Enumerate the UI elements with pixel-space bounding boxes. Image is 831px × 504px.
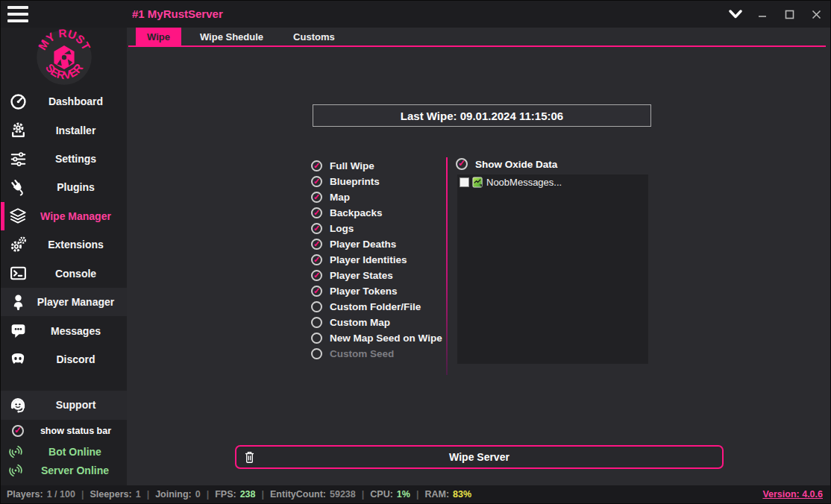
app-window: #1 MyRustServer <box>0 0 831 504</box>
sidebar-item-messages[interactable]: Messages <box>1 316 127 344</box>
wipe-option[interactable]: ✓ Backpacks <box>311 205 442 221</box>
sidebar-item-player-manager[interactable]: Player Manager <box>1 288 127 316</box>
signal-icon <box>1 444 31 460</box>
statusbar-metric: RAM: 83% <box>424 489 471 500</box>
sidebar-item-label: Settings <box>35 153 116 165</box>
statusbar-metric: EntityCount: 59238 <box>270 489 356 500</box>
wipe-server-button[interactable]: Wipe Server <box>235 445 724 469</box>
sidebar-item-label: Support <box>35 399 116 411</box>
wipe-options-list: ✓ Full Wipe ✓ Blueprints ✓ Map ✓ Backpac… <box>311 158 442 362</box>
statusbar-metric: Players: 1 / 100 <box>7 489 75 500</box>
show-oxide-data-checkbox[interactable]: ✓ Show Oxide Data <box>456 158 557 170</box>
statusbar-separator: | <box>81 489 84 500</box>
statusbar-metric-label: RAM: <box>424 489 449 500</box>
option-label: Backpacks <box>330 207 383 218</box>
tab-wipe[interactable]: Wipe <box>136 28 181 45</box>
sidebar-item-label: Installer <box>35 125 116 136</box>
option-check-circle-icon: ✓ <box>311 160 322 171</box>
sidebar-item-console[interactable]: Console <box>1 259 127 288</box>
statusbar-metric: FPS: 238 <box>215 489 255 500</box>
sidebar-item-installer[interactable]: Installer <box>1 116 127 144</box>
statusbar-metric-label: Joining: <box>155 489 192 500</box>
discord-icon <box>1 350 35 369</box>
version-link[interactable]: Version: 4.0.6 <box>762 489 823 500</box>
wipe-option[interactable]: ✓ Custom Seed <box>311 346 442 362</box>
window-controls <box>727 1 824 28</box>
sidebar-item-settings[interactable]: Settings <box>1 145 127 173</box>
column-divider <box>446 157 448 375</box>
wipe-option[interactable]: ✓ Custom Folder/File <box>311 299 442 315</box>
oxide-data-listbox[interactable]: NoobMessages... <box>457 174 648 364</box>
show-status-bar-label: show status bar <box>35 426 116 436</box>
checked-circle-icon: ✓ <box>1 425 35 437</box>
wipe-option[interactable]: ✓ Player Deaths <box>311 236 442 252</box>
sidebar-item-support[interactable]: Support <box>1 391 127 419</box>
gears-icon <box>1 236 35 254</box>
headset-icon <box>1 395 35 415</box>
sidebar-item-label: Discord <box>35 353 116 365</box>
hamburger-menu-icon[interactable] <box>7 6 28 22</box>
option-label: Player Tokens <box>330 286 398 297</box>
wipe-option[interactable]: ✓ Player Identities <box>311 252 442 268</box>
tab-wipe-shedule[interactable]: Wipe Shedule <box>189 28 275 45</box>
wipe-option[interactable]: ✓ New Map Seed on Wipe <box>311 330 442 346</box>
option-check-circle-icon: ✓ <box>311 223 322 234</box>
terminal-icon <box>1 264 35 283</box>
myrustserver-logo: MY RUST SERVER <box>34 28 94 87</box>
file-checkbox[interactable] <box>460 177 469 187</box>
chevron-down-icon[interactable] <box>727 6 744 22</box>
statusbar-metric-label: EntityCount: <box>270 489 326 500</box>
chat-bubble-icon <box>1 321 35 340</box>
sidebar-item-discord[interactable]: Discord <box>1 345 127 374</box>
sidebar-item-wipe-manager[interactable]: Wipe Manager <box>1 202 127 230</box>
statusbar-metric-value: 83% <box>453 489 471 500</box>
wipe-option[interactable]: ✓ Player Tokens <box>311 283 442 299</box>
option-check-circle-icon: ✓ <box>311 176 322 187</box>
wipe-option[interactable]: ✓ Custom Map <box>311 315 442 330</box>
gauge-icon <box>1 92 35 111</box>
statusbar-metric-value: 238 <box>240 489 256 500</box>
server-online-status: Server Online <box>1 461 127 479</box>
signal-icon <box>1 462 31 479</box>
option-label: New Map Seed on Wipe <box>330 333 442 344</box>
oxide-file-row[interactable]: NoobMessages... <box>457 174 648 189</box>
layers-icon <box>1 207 35 226</box>
statusbar-metric-label: CPU: <box>370 489 393 500</box>
sidebar-item-extensions[interactable]: Extensions <box>1 230 127 259</box>
maximize-button[interactable] <box>781 6 797 22</box>
statusbar-metric: CPU: 1% <box>370 489 410 500</box>
tab-customs[interactable]: Customs <box>282 28 346 45</box>
sidebar-item-plugins[interactable]: Plugins <box>1 173 127 201</box>
sidebar-item-label: Dashboard <box>35 95 116 107</box>
show-status-bar-toggle[interactable]: ✓ show status bar <box>1 420 127 443</box>
sidebar-item-label: Messages <box>35 325 116 337</box>
close-button[interactable] <box>808 6 824 22</box>
option-check-circle-icon: ✓ <box>311 239 322 250</box>
minimize-button[interactable] <box>754 6 771 22</box>
option-label: Custom Map <box>330 317 390 328</box>
statusbar-metric-value: 59238 <box>330 489 356 500</box>
option-check-circle-icon: ✓ <box>311 301 322 312</box>
statusbar-metric: Joining: 0 <box>155 489 201 500</box>
wipe-option[interactable]: ✓ Blueprints <box>311 174 442 189</box>
option-label: Custom Folder/File <box>330 301 421 312</box>
option-check-circle-icon: ✓ <box>311 207 322 218</box>
wipe-option[interactable]: ✓ Full Wipe <box>311 158 442 174</box>
wipe-option[interactable]: ✓ Logs <box>311 221 442 236</box>
person-icon <box>1 293 35 312</box>
sidebar: MY RUST SERVER <box>1 28 127 485</box>
file-icon <box>472 177 483 188</box>
wipe-option[interactable]: ✓ Player States <box>311 268 442 283</box>
wipe-option[interactable]: ✓ Map <box>311 189 442 205</box>
statusbar-metric-value: 1 <box>136 489 141 500</box>
statusbar-separator: | <box>416 489 419 500</box>
status-bar: Players: 1 / 100 | Sleepers: 1 | Joining… <box>1 485 830 503</box>
sidebar-item-dashboard[interactable]: Dashboard <box>1 87 127 116</box>
file-label: NoobMessages... <box>486 177 562 188</box>
plug-icon <box>1 178 35 197</box>
option-label: Player States <box>330 270 393 281</box>
last-wipe-banner: Last Wipe: 09.01.2024 11:15:06 <box>313 104 651 127</box>
statusbar-metric-label: Players: <box>7 489 43 500</box>
main-content: Wipe Wipe Shedule Customs Last Wipe: 09.… <box>127 28 830 485</box>
checked-circle-icon: ✓ <box>456 158 468 170</box>
